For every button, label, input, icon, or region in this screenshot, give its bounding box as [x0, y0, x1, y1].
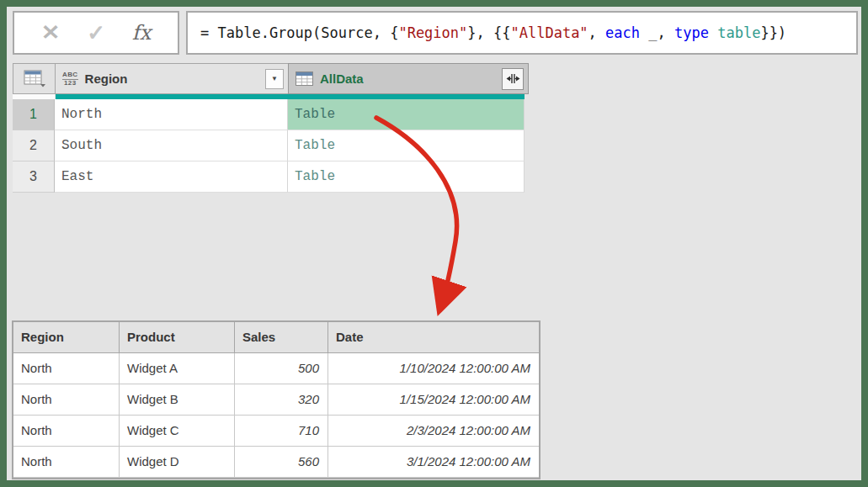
formula-token: _, — [640, 24, 674, 41]
cell-alldata[interactable]: Table — [288, 130, 525, 161]
table-select-icon — [24, 70, 45, 87]
preview-cell: North — [13, 384, 120, 416]
column-label-region: Region — [85, 71, 265, 86]
text-type-icon: ABC 123 — [62, 71, 78, 87]
formula-input[interactable]: = Table.Group(Source, {"Region"}, {{"All… — [186, 11, 858, 55]
cell-alldata[interactable]: Table — [288, 161, 525, 193]
preview-cell: Widget C — [120, 416, 235, 447]
filter-dropdown-button[interactable]: ▼ — [265, 69, 284, 89]
formula-token: = Table.Group(Source, { — [200, 24, 398, 41]
row-number[interactable]: 3 — [13, 161, 55, 193]
preview-cell: 2/3/2024 12:00:00 AM — [328, 416, 539, 447]
preview-cell: Widget B — [120, 384, 235, 416]
preview-cell: North — [13, 353, 120, 384]
power-query-editor-window: ✕ ✓ fx = Table.Group(Source, {"Region"},… — [0, 0, 868, 487]
preview-cell: North — [13, 416, 120, 447]
formula-token: }, {{ — [467, 24, 510, 41]
preview-cell: North — [13, 447, 120, 478]
grid-row-1: 1 North Table — [13, 99, 525, 130]
preview-header-region: Region — [13, 322, 120, 353]
cancel-icon[interactable]: ✕ — [41, 23, 61, 44]
table-link[interactable]: Table — [295, 107, 335, 122]
column-header-alldata[interactable]: AllData — [288, 63, 529, 94]
table-link[interactable]: Table — [295, 169, 335, 184]
preview-cell: 560 — [235, 447, 328, 478]
cell-region[interactable]: North — [55, 99, 288, 130]
preview-header-product: Product — [120, 322, 235, 353]
formula-token-type: table — [717, 24, 760, 41]
column-label-alldata: AllData — [320, 71, 502, 86]
formula-token-string: "Region" — [398, 24, 467, 41]
formula-token-keyword: each — [605, 24, 640, 41]
column-header-region[interactable]: ABC 123 Region ▼ — [55, 63, 289, 94]
expand-arrows-icon — [506, 73, 520, 84]
preview-header-sales: Sales — [235, 322, 328, 353]
formula-text: = Table.Group(Source, {"Region"}, {{"All… — [188, 24, 786, 41]
cell-alldata-selected[interactable]: Table — [288, 99, 525, 130]
row-number[interactable]: 2 — [13, 130, 55, 161]
preview-cell: 3/1/2024 12:00:00 AM — [328, 447, 539, 478]
preview-cell: Widget D — [120, 447, 235, 478]
commit-check-icon[interactable]: ✓ — [87, 22, 105, 44]
expand-column-button[interactable] — [502, 68, 524, 90]
preview-cell: 1/15/2024 12:00:00 AM — [328, 384, 539, 416]
chevron-down-icon: ▼ — [271, 75, 278, 82]
formula-bar-buttons: ✕ ✓ fx — [13, 11, 179, 55]
cell-region[interactable]: East — [55, 161, 288, 193]
formula-token: , — [588, 24, 605, 41]
formula-token: }}) — [760, 24, 786, 41]
fx-icon[interactable]: fx — [132, 23, 151, 43]
cell-region[interactable]: South — [55, 130, 288, 161]
preview-cell: 320 — [235, 384, 328, 416]
grid-row-3: 3 East Table — [13, 161, 525, 193]
formula-token — [709, 24, 717, 41]
select-all-button[interactable] — [13, 63, 56, 94]
row-number[interactable]: 1 — [13, 99, 55, 130]
preview-cell: 710 — [235, 416, 328, 447]
formula-token-string: "AllData" — [510, 24, 588, 41]
table-link[interactable]: Table — [295, 138, 335, 153]
grid-row-2: 2 South Table — [13, 130, 525, 161]
preview-cell: 500 — [235, 353, 328, 384]
table-type-icon — [296, 71, 313, 86]
expanded-table-preview: Region Product Sales Date North Widget A… — [12, 320, 541, 479]
preview-cell: Widget A — [120, 353, 235, 384]
preview-cell: 1/10/2024 12:00:00 AM — [328, 353, 539, 384]
preview-header-date: Date — [328, 322, 539, 353]
formula-token-keyword: type — [674, 24, 709, 41]
